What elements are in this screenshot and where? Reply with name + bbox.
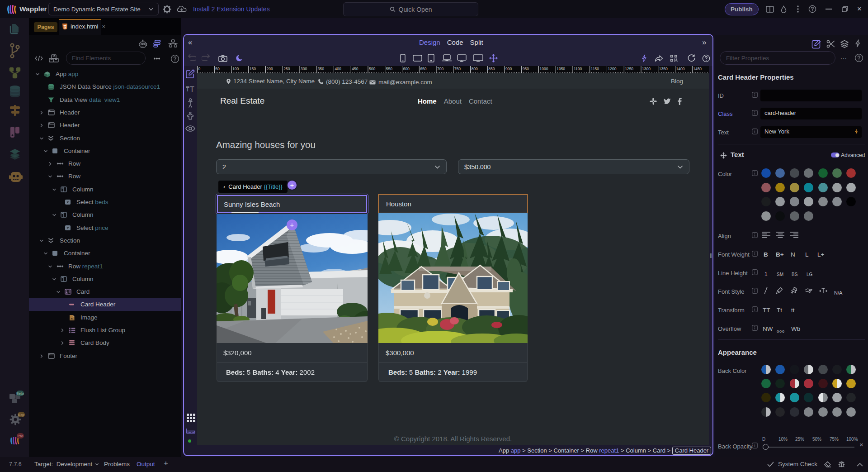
svg-text:200: 200 [267,67,273,71]
svg-text:0: 0 [198,67,201,71]
svg-text:T: T [186,86,189,92]
svg-text:Pro: Pro [18,434,24,438]
svg-text:950: 950 [523,67,529,71]
svg-text:1000: 1000 [540,67,548,71]
svg-text:Exp: Exp [18,413,24,417]
svg-text:450: 450 [352,67,358,71]
svg-text:50: 50 [215,67,220,71]
svg-text:150: 150 [250,67,256,71]
svg-text:550: 550 [386,67,392,71]
svg-text:1250: 1250 [625,67,633,71]
svg-text:300: 300 [301,67,307,71]
svg-text:850: 850 [488,67,495,71]
svg-text:1400: 1400 [676,67,685,71]
svg-text:900: 900 [505,67,512,71]
svg-text:700: 700 [437,67,443,71]
svg-text:1100: 1100 [574,67,582,71]
svg-text:400: 400 [335,67,341,71]
svg-text:1200: 1200 [608,67,617,71]
svg-text:Beta: Beta [16,391,24,396]
svg-text:500: 500 [369,67,375,71]
svg-text:750: 750 [454,67,461,71]
svg-text:350: 350 [318,67,324,71]
svg-text:800: 800 [472,67,478,71]
svg-text:T: T [190,86,194,92]
svg-text:1350: 1350 [659,67,668,71]
svg-text:1150: 1150 [591,67,599,71]
svg-text:1050: 1050 [557,67,565,71]
svg-text:100: 100 [232,67,239,71]
svg-text:600: 600 [403,67,410,71]
svg-text:250: 250 [283,67,290,71]
svg-text:1450: 1450 [693,67,702,71]
svg-text:650: 650 [420,67,426,71]
svg-text:1300: 1300 [642,67,651,71]
